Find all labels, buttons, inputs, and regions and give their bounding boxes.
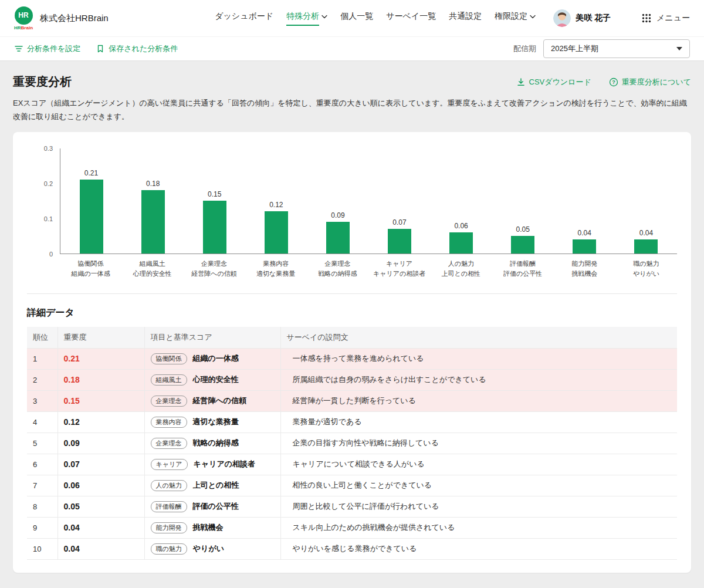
download-icon xyxy=(516,77,526,87)
bar xyxy=(388,229,411,254)
importance-cell: 0.12 xyxy=(57,411,144,432)
details-table-head-row: 順位重要度項目と基準スコアサーベイの設問文 xyxy=(27,327,677,349)
saved-analysis-conditions-button[interactable]: 保存された分析条件 xyxy=(96,43,178,54)
x-axis-label: 企業理念経営陣への信頼 xyxy=(183,259,245,279)
table-row: 20.18組織風土心理的安全性所属組織では自身の弱みをさらけ出すことができている xyxy=(27,369,677,390)
item-cell: 能力開発挑戦機会 xyxy=(144,517,280,538)
category-badge: 企業理念 xyxy=(151,438,187,449)
bar-value-label: 0.04 xyxy=(578,229,591,237)
chart-column: 0.12 xyxy=(245,148,307,254)
grid-menu-icon xyxy=(641,13,652,23)
nav-item-ダッシュボード[interactable]: ダッシュボード xyxy=(215,11,273,26)
set-analysis-conditions-button[interactable]: 分析条件を設定 xyxy=(14,43,80,54)
category-badge: 評価報酬 xyxy=(151,501,187,512)
importance-cell: 0.07 xyxy=(57,454,144,475)
item-cell: 評価報酬評価の公平性 xyxy=(144,496,280,517)
table-row: 90.04能力開発挑戦機会スキル向上のための挑戦機会が提供されている xyxy=(27,517,677,538)
table-row: 70.06人の魅力上司との相性相性の良い上司と働くことができている xyxy=(27,475,677,496)
rank-cell: 7 xyxy=(27,475,57,496)
csv-download-button[interactable]: CSVダウンロード xyxy=(516,77,591,87)
nav-item-共通設定[interactable]: 共通設定 xyxy=(449,11,482,26)
bookmark-icon xyxy=(96,44,105,53)
x-axis-label: 職の魅力やりがい xyxy=(615,259,677,279)
y-tick-label: 0 xyxy=(49,251,53,258)
table-row: 10.21協働関係組織の一体感一体感を持って業務を進められている xyxy=(27,348,677,369)
user-name: 美咲 花子 xyxy=(576,13,611,23)
page-description: EXスコア（組織エンゲージメント）の高い従業員に共通する「回答の傾向」を特定し、… xyxy=(13,97,691,124)
y-tick-label: 0.1 xyxy=(44,215,53,222)
bar-value-label: 0.04 xyxy=(639,229,653,237)
importance-value: 0.06 xyxy=(64,481,80,490)
about-importance-analysis-label: 重要度分析について xyxy=(622,77,691,87)
nav-item-label: 共通設定 xyxy=(449,11,482,26)
item-name: キャリアの相談者 xyxy=(194,459,256,468)
rank-cell: 6 xyxy=(27,454,57,475)
importance-cell: 0.04 xyxy=(57,517,144,538)
y-tick-label: 0.3 xyxy=(44,145,53,152)
chevron-down-icon xyxy=(530,15,536,19)
user-menu[interactable]: 美咲 花子 xyxy=(553,9,611,27)
details-table: 順位重要度項目と基準スコアサーベイの設問文 10.21協働関係組織の一体感一体感… xyxy=(27,327,677,560)
item-name: やりがい xyxy=(193,544,224,553)
about-importance-analysis-link[interactable]: ? 重要度分析について xyxy=(609,77,691,87)
rank-cell: 10 xyxy=(27,538,57,559)
item-name: 上司との相性 xyxy=(193,481,239,489)
bar xyxy=(634,239,658,254)
svg-text:?: ? xyxy=(612,79,615,85)
table-column-header: サーベイの設問文 xyxy=(280,327,677,349)
bar xyxy=(80,180,103,254)
item-cell: 組織風土心理的安全性 xyxy=(144,369,280,390)
importance-cell: 0.04 xyxy=(57,538,144,559)
category-badge: 能力開発 xyxy=(151,522,187,533)
importance-value: 0.05 xyxy=(64,502,80,511)
importance-cell: 0.09 xyxy=(57,432,144,454)
apps-menu-button[interactable]: メニュー xyxy=(641,13,690,23)
bar xyxy=(511,236,534,254)
chart-column: 0.07 xyxy=(368,148,430,254)
company-name: 株式会社HRBrain xyxy=(40,13,109,24)
question-cell: 一体感を持って業務を進められている xyxy=(280,348,677,369)
logo-circle: HR xyxy=(15,6,33,25)
chevron-down-icon xyxy=(676,47,682,50)
nav-item-サーベイ一覧[interactable]: サーベイ一覧 xyxy=(386,11,436,26)
item-name: 評価の公平性 xyxy=(193,502,239,511)
item-cell: 企業理念経営陣への信頼 xyxy=(144,390,280,411)
nav-item-権限設定[interactable]: 権限設定 xyxy=(495,11,536,26)
filter-icon xyxy=(14,44,23,53)
importance-cell: 0.18 xyxy=(57,369,144,390)
rank-cell: 4 xyxy=(27,411,57,432)
analysis-toolbar: 分析条件を設定 保存された分析条件 配信期 2025年上半期 xyxy=(0,36,704,61)
item-cell: キャリアキャリアの相談者 xyxy=(144,454,280,475)
x-axis-label: 人の魅力上司との相性 xyxy=(430,259,492,279)
x-axis-label: 組織風土心理的安全性 xyxy=(121,259,183,279)
period-select[interactable]: 2025年上半期 xyxy=(543,39,690,58)
user-avatar xyxy=(553,9,571,27)
bar xyxy=(203,201,226,254)
table-row: 30.15企業理念経営陣への信頼経営陣が一貫した判断を行っている xyxy=(27,390,677,411)
table-row: 40.12業務内容適切な業務量業務量が適切である xyxy=(27,411,677,432)
hrbrain-logo[interactable]: HR HRBrain xyxy=(14,6,33,31)
nav-item-label: 特殊分析 xyxy=(286,11,319,26)
x-axis-label: 業務内容適切な業務量 xyxy=(245,259,307,279)
importance-value: 0.15 xyxy=(64,396,80,405)
nav-item-特殊分析[interactable]: 特殊分析 xyxy=(286,11,327,26)
bar xyxy=(265,211,288,254)
importance-cell: 0.06 xyxy=(57,475,144,496)
category-badge: 業務内容 xyxy=(151,417,187,428)
x-axis-label: 企業理念戦略の納得感 xyxy=(307,259,368,279)
period-select-value: 2025年上半期 xyxy=(551,43,598,54)
category-badge: 職の魅力 xyxy=(151,543,187,555)
importance-cell: 0.21 xyxy=(57,348,144,369)
item-name: 適切な業務量 xyxy=(193,417,239,426)
nav-item-label: サーベイ一覧 xyxy=(386,11,436,26)
rank-cell: 3 xyxy=(27,390,57,411)
question-cell: スキル向上のための挑戦機会が提供されている xyxy=(280,517,677,538)
item-cell: 企業理念戦略の納得感 xyxy=(144,432,280,454)
table-row: 50.09企業理念戦略の納得感企業の目指す方向性や戦略に納得している xyxy=(27,432,677,454)
item-name: 挑戦機会 xyxy=(193,523,224,532)
importance-value: 0.09 xyxy=(64,438,80,448)
bar-value-label: 0.21 xyxy=(84,169,98,177)
question-cell: やりがいを感じる業務ができている xyxy=(280,538,677,559)
nav-item-個人一覧[interactable]: 個人一覧 xyxy=(340,11,373,26)
chart-column: 0.04 xyxy=(615,148,677,254)
